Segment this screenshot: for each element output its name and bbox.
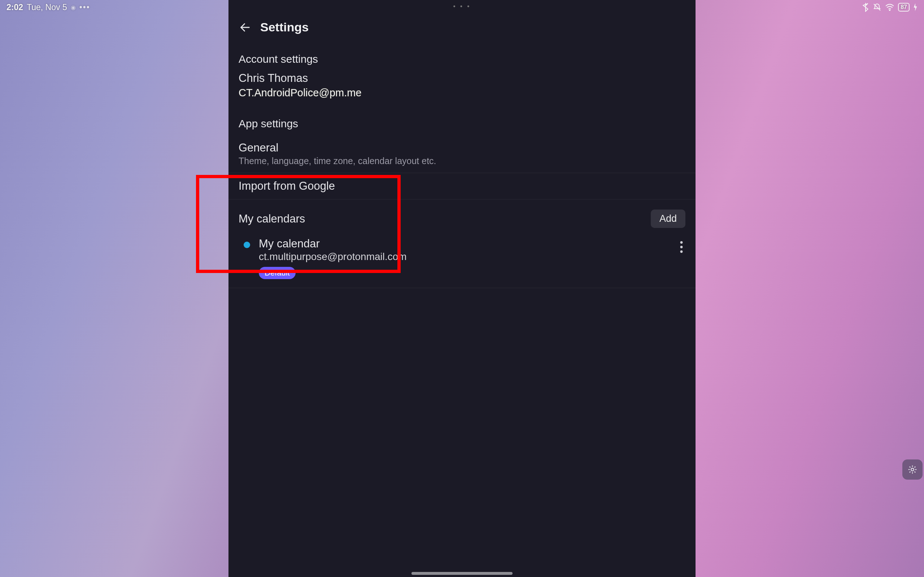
default-badge: Default (259, 267, 296, 279)
status-bar: 2:02 Tue, Nov 5 ◉ ••• 87 (0, 0, 924, 15)
settings-window: • • • Settings Account settings Chris Th… (228, 0, 696, 577)
status-more-icon: ••• (79, 3, 90, 12)
account-email: CT.AndroidPolice@pm.me (228, 86, 696, 110)
my-calendars-heading: My calendars (239, 213, 651, 226)
kebab-icon (680, 241, 683, 253)
svg-point-6 (911, 468, 914, 471)
calendar-email: ct.multipurpose@protonmail.com (259, 251, 677, 263)
back-button[interactable] (239, 21, 252, 34)
account-settings-heading: Account settings (228, 45, 696, 70)
wifi-icon (885, 3, 894, 11)
general-settings-row[interactable]: General Theme, language, time zone, cale… (228, 135, 696, 173)
battery-percent: 87 (901, 4, 907, 10)
calendar-item[interactable]: My calendar ct.multipurpose@protonmail.c… (228, 230, 696, 288)
calendar-name: My calendar (259, 237, 677, 250)
edge-panel-handle[interactable] (902, 459, 922, 480)
mute-icon (873, 3, 881, 11)
svg-point-3 (680, 241, 683, 244)
status-time: 2:02 (6, 3, 23, 12)
status-notification-icon: ◉ (71, 4, 76, 11)
gesture-nav-pill[interactable] (412, 572, 512, 575)
svg-line-12 (914, 472, 916, 473)
svg-line-13 (909, 472, 911, 473)
status-date: Tue, Nov 5 (27, 3, 67, 12)
arrow-left-icon (239, 21, 251, 34)
charging-icon (913, 3, 918, 11)
svg-point-5 (680, 250, 683, 253)
svg-point-4 (680, 246, 683, 248)
add-calendar-button[interactable]: Add (651, 210, 685, 228)
app-settings-heading: App settings (228, 110, 696, 135)
general-title: General (239, 141, 685, 154)
calendar-color-dot (244, 242, 250, 248)
bluetooth-icon (862, 3, 869, 12)
svg-line-11 (909, 467, 911, 468)
app-header: Settings (228, 13, 696, 45)
page-title: Settings (260, 20, 309, 34)
svg-line-14 (914, 467, 916, 468)
account-name[interactable]: Chris Thomas (228, 70, 696, 86)
battery-icon: 87 (898, 3, 909, 11)
import-from-google-row[interactable]: Import from Google (228, 173, 696, 200)
import-title: Import from Google (239, 180, 685, 193)
svg-point-1 (889, 10, 890, 11)
calendar-overflow-button[interactable] (677, 237, 685, 258)
tablet-home-screen: 2:02 Tue, Nov 5 ◉ ••• 87 • • • (0, 0, 924, 577)
sparkle-icon (907, 464, 918, 475)
general-subtitle: Theme, language, time zone, calendar lay… (239, 156, 685, 166)
my-calendars-header: My calendars Add (228, 200, 696, 230)
